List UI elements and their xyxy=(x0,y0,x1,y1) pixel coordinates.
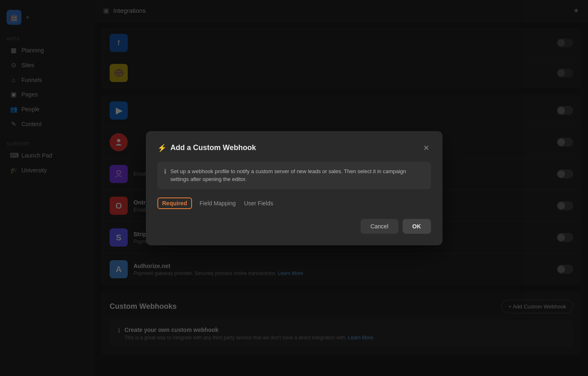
modal-info-text: Set up a webhook profile to notify a cus… xyxy=(171,167,424,183)
modal-footer: Cancel OK xyxy=(157,219,431,234)
add-webhook-modal: ⚡ Add a Custom Webhook ✕ ℹ Set up a webh… xyxy=(146,131,443,245)
modal-header: ⚡ Add a Custom Webhook ✕ xyxy=(157,143,431,153)
tab-required[interactable]: Required xyxy=(157,197,192,209)
ok-button[interactable]: OK xyxy=(403,219,431,234)
modal-title-area: ⚡ Add a Custom Webhook xyxy=(157,143,256,153)
modal-tabs: Required Field Mapping User Fields xyxy=(157,197,431,209)
modal-overlay[interactable]: ⚡ Add a Custom Webhook ✕ ℹ Set up a webh… xyxy=(0,0,588,376)
modal-title: Add a Custom Webhook xyxy=(171,143,256,152)
tab-field-mapping[interactable]: Field Mapping xyxy=(199,198,237,208)
modal-info-icon: ℹ xyxy=(164,168,166,175)
cancel-button[interactable]: Cancel xyxy=(361,219,398,234)
modal-close-button[interactable]: ✕ xyxy=(422,143,431,153)
modal-webhook-icon: ⚡ xyxy=(157,143,166,153)
modal-info-box: ℹ Set up a webhook profile to notify a c… xyxy=(157,162,431,189)
tab-user-fields[interactable]: User Fields xyxy=(243,198,274,208)
